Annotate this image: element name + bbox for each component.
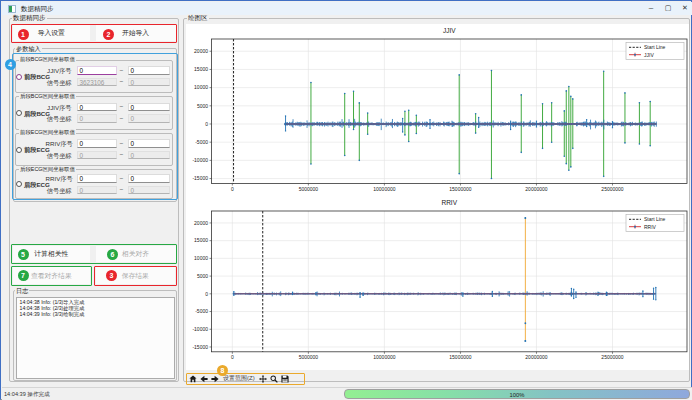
progress-bar: 100% bbox=[344, 389, 690, 399]
param-subgroup-label: 前段BCG区间坐标取值 bbox=[19, 56, 76, 63]
log-groupbox-label: 日志 bbox=[15, 287, 29, 296]
param-input-from[interactable]: 0 bbox=[77, 139, 117, 148]
param-input-from[interactable]: 0 bbox=[77, 186, 117, 195]
range-separator: ~ bbox=[120, 78, 124, 85]
svg-text:-5000: -5000 bbox=[195, 308, 208, 314]
svg-text:JJIV: JJIV bbox=[443, 27, 456, 34]
range-separator: ~ bbox=[120, 186, 124, 193]
range-separator: ~ bbox=[120, 151, 124, 158]
param-input-from[interactable]: 0 bbox=[77, 103, 117, 112]
pan-icon[interactable] bbox=[259, 375, 267, 383]
svg-text:5000: 5000 bbox=[197, 273, 208, 279]
svg-text:15000: 15000 bbox=[194, 66, 208, 72]
step-badge-5: 5 bbox=[18, 249, 29, 260]
svg-text:10000000: 10000000 bbox=[373, 186, 395, 192]
step-badge-7: 7 bbox=[18, 270, 29, 281]
param-input-to[interactable]: 0 bbox=[128, 66, 170, 75]
param-row-label: 信号坐标 bbox=[46, 79, 72, 88]
step-badge-6: 6 bbox=[107, 249, 118, 260]
home-icon[interactable] bbox=[189, 375, 197, 383]
param-row-label: 信号坐标 bbox=[46, 152, 72, 161]
set-range-button[interactable]: 设置范围(Z) bbox=[223, 374, 255, 383]
app-icon bbox=[8, 5, 16, 13]
svg-text:15000: 15000 bbox=[194, 237, 208, 243]
range-separator: ~ bbox=[120, 115, 124, 122]
svg-text:Start Line: Start Line bbox=[644, 44, 666, 50]
minimize-button[interactable]: – bbox=[643, 2, 659, 14]
status-message: 14:04:39 操作完成 bbox=[4, 391, 50, 399]
main-groupbox-label: 数据精同步 bbox=[12, 14, 47, 23]
title-bar: 数据精同步 – ▢ ✕ bbox=[2, 2, 692, 15]
svg-text:-10000: -10000 bbox=[192, 326, 208, 332]
param-radio[interactable] bbox=[16, 147, 22, 153]
svg-text:Start Line: Start Line bbox=[644, 216, 666, 222]
log-textarea[interactable]: 14:04:38 Info: (1/3)导入完成14:04:38 Info: (… bbox=[16, 297, 175, 379]
param-input-to[interactable]: 0 bbox=[128, 78, 170, 87]
figure-canvas[interactable]: JJIV050000001000000015000000200000002500… bbox=[186, 24, 689, 370]
step-badge-3: 3 bbox=[106, 270, 117, 281]
svg-text:0: 0 bbox=[205, 291, 208, 297]
range-separator: ~ bbox=[120, 103, 124, 110]
svg-text:25000000: 25000000 bbox=[601, 354, 623, 360]
svg-text:15000000: 15000000 bbox=[449, 186, 471, 192]
svg-text:0: 0 bbox=[231, 354, 234, 360]
svg-text:5000000: 5000000 bbox=[299, 186, 319, 192]
param-input-from[interactable]: 0 bbox=[77, 151, 117, 160]
param-radio[interactable] bbox=[16, 110, 22, 116]
svg-text:5000: 5000 bbox=[197, 103, 208, 109]
param-input-to[interactable]: 0 bbox=[128, 174, 170, 183]
param-input-to[interactable]: 0 bbox=[128, 103, 170, 112]
svg-text:RRIV: RRIV bbox=[441, 199, 457, 206]
log-line: 14:04:39 Info: (3/3)绘制完成 bbox=[20, 312, 174, 318]
maximize-button[interactable]: ▢ bbox=[660, 2, 676, 14]
save-icon[interactable] bbox=[281, 375, 289, 383]
svg-text:10000000: 10000000 bbox=[373, 354, 395, 360]
plot-toolbar: 设置范围(Z) bbox=[186, 373, 305, 386]
param-input-from[interactable]: 0 bbox=[77, 174, 117, 183]
forward-icon[interactable] bbox=[211, 375, 219, 383]
param-row-label: RRIV序号 bbox=[46, 175, 72, 184]
param-input-from[interactable]: 3623106 bbox=[77, 78, 117, 87]
param-input-to[interactable]: 0 bbox=[128, 186, 170, 195]
param-row-label: JJIV序号 bbox=[46, 104, 72, 113]
svg-text:10000: 10000 bbox=[194, 84, 208, 90]
zoom-icon[interactable] bbox=[270, 375, 278, 383]
param-radio[interactable] bbox=[16, 74, 22, 80]
svg-text:20000000: 20000000 bbox=[525, 186, 547, 192]
step-badge-8: 8 bbox=[217, 365, 228, 376]
step-badge-4: 4 bbox=[5, 59, 16, 70]
app-window: 数据精同步 – ▢ ✕ 数据精同步 导入设置 开始导入 1 2 参数输入 4 前… bbox=[0, 0, 692, 400]
svg-text:20000: 20000 bbox=[194, 220, 208, 226]
range-separator: ~ bbox=[120, 67, 124, 74]
svg-text:5000000: 5000000 bbox=[299, 354, 319, 360]
svg-text:JJIV: JJIV bbox=[644, 52, 654, 58]
svg-text:-5000: -5000 bbox=[195, 139, 208, 145]
step-badge-2: 2 bbox=[103, 29, 114, 40]
param-row-label: RRIV序号 bbox=[46, 140, 72, 149]
param-row-label: 信号坐标 bbox=[46, 187, 72, 196]
param-input-to[interactable]: 0 bbox=[128, 151, 170, 160]
svg-text:15000000: 15000000 bbox=[449, 354, 471, 360]
range-separator: ~ bbox=[120, 140, 124, 147]
param-input-to[interactable]: 0 bbox=[128, 139, 170, 148]
window-title: 数据精同步 bbox=[21, 5, 54, 14]
plot-groupbox-label: 绘图区 bbox=[187, 14, 209, 23]
param-subgroup-label: 前段ECG区间坐标取值 bbox=[19, 129, 76, 136]
close-button[interactable]: ✕ bbox=[677, 2, 692, 14]
param-input-to[interactable]: 0 bbox=[128, 114, 170, 123]
param-input-from[interactable]: 0 bbox=[77, 114, 117, 123]
svg-text:10000: 10000 bbox=[194, 255, 208, 261]
svg-text:25000000: 25000000 bbox=[601, 186, 623, 192]
svg-text:0: 0 bbox=[205, 121, 208, 127]
back-icon[interactable] bbox=[200, 375, 208, 383]
svg-text:20000000: 20000000 bbox=[525, 354, 547, 360]
svg-text:-15000: -15000 bbox=[192, 175, 208, 181]
param-radio[interactable] bbox=[16, 181, 22, 187]
svg-text:0: 0 bbox=[231, 186, 234, 192]
param-row-label: 信号坐标 bbox=[46, 115, 72, 124]
svg-text:-15000: -15000 bbox=[192, 344, 208, 350]
param-row-label: JJIV序号 bbox=[46, 67, 72, 76]
param-input-from[interactable]: 0 bbox=[77, 66, 117, 75]
param-subgroup-label: 后段BCG区间坐标取值 bbox=[19, 93, 76, 100]
progress-label: 100% bbox=[345, 390, 689, 400]
